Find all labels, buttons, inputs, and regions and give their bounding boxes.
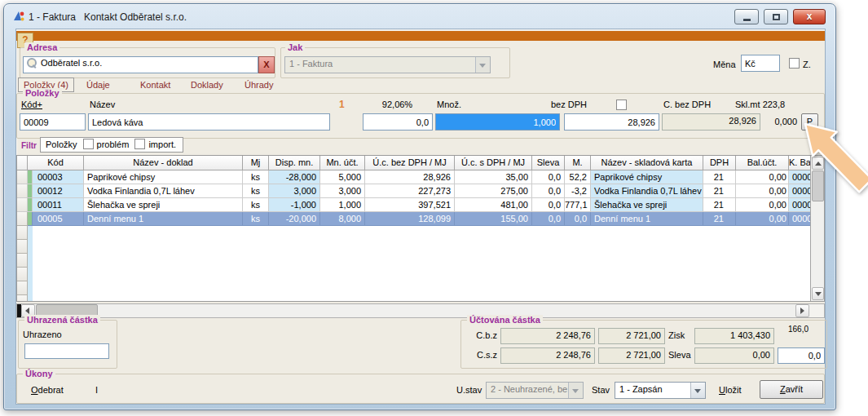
- row-selector[interactable]: [17, 281, 28, 295]
- grid-header-col[interactable]: Mn. účt.: [320, 156, 365, 170]
- row-selector[interactable]: [17, 184, 28, 198]
- accent-bar: [16, 31, 825, 41]
- p-button[interactable]: P: [801, 113, 818, 131]
- row-selector[interactable]: [17, 198, 28, 212]
- row-selector[interactable]: [17, 212, 28, 226]
- grid-cell: 0,0: [532, 170, 565, 184]
- grid-cell: 128,099: [365, 212, 455, 226]
- table-row[interactable]: 00011Šlehačka ve sprejiks-1,0001,000397,…: [17, 198, 811, 212]
- pct-input[interactable]: [363, 113, 433, 131]
- items-grid: KódNázev - dokladMjDisp. mn.Mn. účt.Ú.c.…: [16, 155, 825, 302]
- grid-cell: [84, 240, 243, 254]
- text-cursor: I: [95, 385, 98, 395]
- grid-cell: [269, 254, 320, 268]
- grid-cell: [33, 254, 84, 268]
- uhrazeno-input[interactable]: [24, 343, 109, 359]
- zavrit-button[interactable]: Zavřít: [760, 380, 823, 399]
- row-selector[interactable]: [17, 254, 28, 268]
- grid-header-col[interactable]: Název - skladová karta: [591, 156, 703, 170]
- grid-cell: Denní menu 1: [591, 212, 703, 226]
- grid-header-col[interactable]: DPH: [703, 156, 736, 170]
- horizontal-scrollbar[interactable]: [16, 303, 825, 318]
- nazev-input[interactable]: [88, 113, 330, 131]
- grid-header-col[interactable]: M.: [565, 156, 591, 170]
- tab-2[interactable]: Údaje: [86, 80, 110, 90]
- scroll-up-button[interactable]: [812, 157, 824, 170]
- grid-header-col[interactable]: Mj: [243, 156, 269, 170]
- vertical-scrollbar[interactable]: [810, 156, 824, 301]
- grid-header-col[interactable]: Disp. mn.: [269, 156, 320, 170]
- grid-cell: [532, 240, 565, 254]
- grid-header-col[interactable]: Ú.c. bez DPH / MJ: [365, 156, 455, 170]
- kod-input[interactable]: [20, 113, 86, 131]
- filtr-polozky-label: Položky: [46, 139, 77, 149]
- grid-cell: -20,000: [269, 212, 320, 226]
- tab-5[interactable]: Úhrady: [245, 80, 273, 90]
- grid-header-col[interactable]: Název - doklad: [84, 156, 243, 170]
- grid-header-col[interactable]: Sleva: [532, 156, 565, 170]
- app-icon: [12, 10, 25, 23]
- table-row[interactable]: 00005Denní menu 1ks-20,0008,000128,09915…: [17, 212, 811, 226]
- address-field[interactable]: Odběratel s.r.o.: [23, 56, 258, 73]
- scrollbar-corner: [810, 304, 824, 317]
- grid-cell: 0,0: [532, 184, 565, 198]
- grid-header-col[interactable]: Kód: [28, 156, 84, 170]
- sleva-extra-input[interactable]: [778, 347, 825, 364]
- minimize-button[interactable]: [734, 9, 759, 24]
- tab-4[interactable]: Doklady: [191, 80, 223, 90]
- grid-cell: [789, 226, 811, 240]
- ustav-combobox[interactable]: 2 - Neuhrazené, be:: [486, 382, 584, 399]
- address-group-label: Adresa: [24, 42, 59, 52]
- problem-checkbox[interactable]: [83, 139, 94, 149]
- cbz-label: C.b.z: [460, 330, 497, 340]
- grid-cell: 21: [703, 212, 736, 226]
- grid-cell: 0,00: [736, 212, 789, 226]
- stav-combobox[interactable]: 1 - Zapsán: [615, 382, 706, 399]
- row-selector[interactable]: [17, 226, 28, 240]
- grid-cell: [591, 281, 703, 295]
- grid-cell: 0000: [789, 198, 811, 212]
- z-checkbox[interactable]: [789, 58, 800, 69]
- jak-value: 1 - Faktura: [289, 59, 333, 69]
- address-clear-button[interactable]: X: [258, 56, 275, 73]
- scroll-down-button[interactable]: [812, 287, 824, 300]
- grid-cell: Vodka Finlandia 0,7L láhev: [591, 184, 703, 198]
- grid-cell: [33, 226, 84, 240]
- mnoz-input[interactable]: [435, 113, 560, 131]
- close-button[interactable]: x: [793, 9, 826, 24]
- odebrat-button[interactable]: Odebrat: [31, 385, 64, 395]
- grid-cell: 0000: [789, 184, 811, 198]
- ulozit-button[interactable]: Uložit: [719, 385, 742, 395]
- titlebar[interactable]: 1 - Faktura Kontakt Odběratel s.r.o. x: [4, 4, 835, 29]
- cbz-field-1: 2 248,76: [500, 328, 595, 344]
- maximize-button[interactable]: [764, 9, 788, 24]
- mena-input[interactable]: [741, 55, 780, 72]
- scroll-right-button[interactable]: [795, 304, 809, 317]
- tab-3[interactable]: Kontakt: [140, 80, 170, 90]
- grid-cell: -1,000: [269, 198, 320, 212]
- jak-combobox[interactable]: 1 - Faktura: [284, 56, 491, 73]
- vertical-scroll-thumb[interactable]: [812, 170, 824, 201]
- bezdph-input[interactable]: [564, 113, 659, 131]
- row-selector[interactable]: [17, 295, 28, 301]
- bezdph-checkbox[interactable]: [616, 100, 627, 110]
- grid-header-col[interactable]: Bal.účt.: [736, 156, 789, 170]
- sklmt-amount: 0,000: [763, 117, 797, 126]
- grid-cell: 00011: [33, 198, 84, 212]
- grid-cell: 3,000: [320, 184, 365, 198]
- table-row-empty: [17, 281, 811, 295]
- kod-label[interactable]: Kód+: [21, 100, 42, 109]
- import-checkbox[interactable]: [134, 139, 145, 149]
- table-row-empty: [17, 240, 811, 254]
- table-row[interactable]: 00012Vodka Finlandia 0,7L láhevks3,0003,…: [17, 184, 811, 198]
- grid-body[interactable]: 00003Paprikové chipsyks-28,0005,00028,92…: [17, 170, 811, 301]
- row-selector[interactable]: [17, 268, 28, 281]
- grid-header-col[interactable]: K. Ba: [789, 156, 811, 170]
- grid-header-col[interactable]: Ú.c. s DPH / MJ: [455, 156, 532, 170]
- table-row[interactable]: 00003Paprikové chipsyks-28,0005,00028,92…: [17, 170, 811, 184]
- grid-cell: 5,000: [320, 170, 365, 184]
- row-selector[interactable]: [17, 240, 28, 254]
- grid-cell: Šlehačka ve spreji: [84, 198, 243, 212]
- grid-cell: 21: [703, 184, 736, 198]
- row-selector[interactable]: [17, 170, 28, 184]
